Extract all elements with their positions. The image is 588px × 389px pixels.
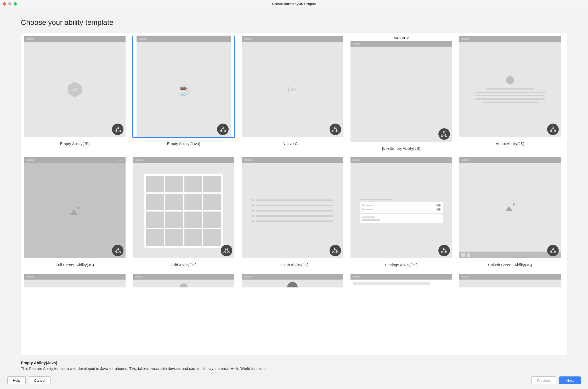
js-icon: JS xyxy=(68,82,82,97)
grid-preview-icon xyxy=(144,174,223,248)
svg-point-4 xyxy=(220,130,222,132)
template-grid-js[interactable]: Grid Ability(JS) xyxy=(132,157,235,267)
template-lite-empty-js[interactable]: <#card> [Lite]Empty Ability(JS) xyxy=(350,36,453,151)
template-partial-4[interactable]: ⌕ xyxy=(350,273,453,288)
svg-point-26 xyxy=(445,252,447,253)
about-preview-icon xyxy=(471,76,550,103)
svg-point-14 xyxy=(554,130,556,132)
next-button[interactable]: Next xyxy=(559,376,581,384)
template-about-js[interactable]: About Ability(JS) xyxy=(459,36,561,151)
cpp-icon: C++ xyxy=(287,86,298,93)
svg-point-8 xyxy=(336,130,338,132)
template-label: [Lite]Empty Ability(JS) xyxy=(382,146,420,151)
svg-point-5 xyxy=(224,130,226,132)
template-label: About Ability(JS) xyxy=(496,141,524,146)
ability-badge-icon xyxy=(217,124,229,135)
splash-preview-icon xyxy=(459,163,561,258)
svg-point-29 xyxy=(554,252,556,253)
description-panel: Empty Ability(Java) This Feature Ability… xyxy=(0,355,588,374)
svg-point-13 xyxy=(550,130,552,132)
svg-point-7 xyxy=(332,130,334,132)
template-grid-scroll[interactable]: JS Empty Ability(JS) ☕ xyxy=(24,36,564,355)
page-heading: Choose your ability template xyxy=(21,18,567,27)
description-title: Empty Ability(Java) xyxy=(21,360,567,365)
template-settings-js[interactable]: Settings Ability(JS) xyxy=(350,157,453,267)
list-preview-icon xyxy=(252,199,333,222)
java-icon: ☕ xyxy=(177,83,190,96)
svg-point-1 xyxy=(115,130,117,132)
svg-point-17 xyxy=(119,252,121,253)
window-title: Create HarmonyOS Project xyxy=(0,2,588,6)
svg-point-11 xyxy=(445,135,447,137)
image-placeholder-icon xyxy=(24,163,126,258)
ability-badge-icon xyxy=(112,124,123,135)
template-native-cpp[interactable]: C++ Native C++ xyxy=(241,36,344,151)
template-label: Settings Ability(JS) xyxy=(385,263,417,267)
template-label: Native C++ xyxy=(282,141,302,146)
cancel-button[interactable]: Cancel xyxy=(29,376,51,384)
template-empty-js[interactable]: JS Empty Ability(JS) xyxy=(24,36,126,151)
svg-point-10 xyxy=(441,135,443,137)
ability-badge-icon xyxy=(438,128,450,140)
template-label: Grid Ability(JS) xyxy=(171,263,196,267)
svg-point-25 xyxy=(441,252,443,253)
template-fullscreen-js[interactable]: Full Screen Ability(JS) xyxy=(24,157,126,267)
template-partial-2[interactable] xyxy=(132,273,235,288)
svg-point-2 xyxy=(119,130,121,132)
settings-preview-icon xyxy=(360,199,443,223)
svg-point-23 xyxy=(336,252,338,253)
search-icon: ⌕ xyxy=(353,282,431,285)
template-label: Empty Ability(JS) xyxy=(60,141,89,146)
template-label: List Tab Ability(JS) xyxy=(276,263,308,267)
template-empty-java[interactable]: ☕ Empty Ability(Java) xyxy=(132,36,235,151)
template-partial-3[interactable] xyxy=(241,273,344,288)
previous-button[interactable]: Previous xyxy=(532,376,556,384)
ability-badge-icon xyxy=(547,124,559,135)
template-label: Empty Ability(Java) xyxy=(167,141,200,146)
template-scroll-area: JS Empty Ability(JS) ☕ xyxy=(21,33,567,355)
svg-point-19 xyxy=(224,252,225,253)
svg-point-22 xyxy=(332,252,334,253)
titlebar: Create HarmonyOS Project xyxy=(0,0,588,8)
template-splash-js[interactable]: Splash Screen Ability(JS) xyxy=(459,157,561,267)
description-text: This Feature Ability template was develo… xyxy=(21,366,567,371)
svg-point-20 xyxy=(228,252,229,253)
template-partial-5[interactable] xyxy=(459,273,561,288)
ability-badge-icon xyxy=(330,124,341,135)
help-button[interactable]: Help xyxy=(7,376,26,384)
template-partial-1[interactable] xyxy=(24,273,126,288)
svg-point-28 xyxy=(550,252,552,253)
svg-point-16 xyxy=(115,252,117,253)
template-listtab-js[interactable]: List Tab Ability(JS) xyxy=(241,157,344,267)
template-label: Full Screen Ability(JS) xyxy=(56,263,94,267)
template-label: Splash Screen Ability(JS) xyxy=(488,263,532,267)
